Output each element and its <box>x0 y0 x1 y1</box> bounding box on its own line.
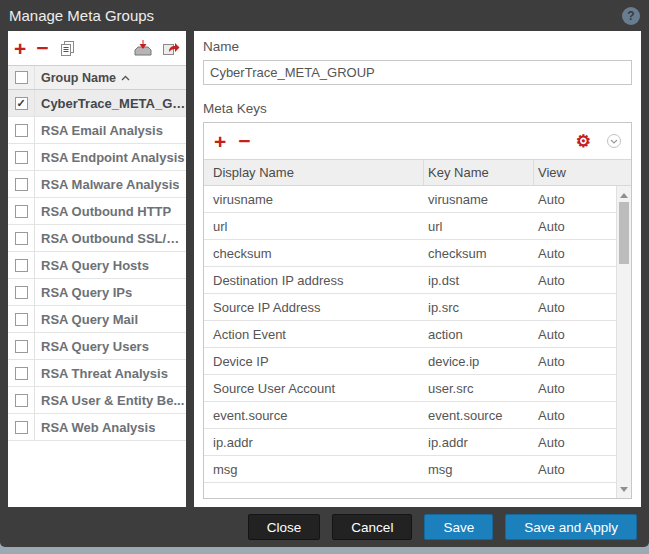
group-row[interactable]: RSA Outbound HTTP <box>8 198 186 225</box>
group-checkbox[interactable] <box>8 414 35 440</box>
meta-key-rows: virusname virusname Auto url url Auto <box>204 186 616 498</box>
remove-meta-key-icon[interactable]: − <box>238 130 250 151</box>
view-cell: Auto <box>534 381 616 396</box>
key-name-cell: ip.dst <box>424 273 534 288</box>
groups-panel: + − <box>8 31 186 507</box>
group-name-label: RSA Outbound HTTP <box>35 204 171 219</box>
copy-group-icon[interactable] <box>59 40 76 57</box>
checkbox-icon <box>15 151 28 164</box>
group-row[interactable]: RSA Query Users <box>8 333 186 360</box>
table-row[interactable]: msg msg Auto <box>204 456 616 483</box>
settings-gear-icon[interactable]: ⚙ <box>576 133 591 150</box>
table-row[interactable]: ip.addr ip.addr Auto <box>204 429 616 456</box>
key-name-cell: action <box>424 327 534 342</box>
display-name-cell: Source IP Address <box>204 300 424 315</box>
group-checkbox[interactable] <box>8 225 35 251</box>
table-row[interactable]: Device IP device.ip Auto <box>204 348 616 375</box>
footer-button[interactable]: Cancel <box>332 514 412 540</box>
group-row[interactable]: CyberTrace_META_GR... <box>8 90 186 117</box>
footer-button[interactable]: Save <box>424 514 493 540</box>
checkbox-icon <box>15 124 28 137</box>
checkbox-icon <box>15 394 28 407</box>
group-row[interactable]: RSA Email Analysis <box>8 117 186 144</box>
remove-group-icon[interactable]: − <box>36 37 48 58</box>
group-row[interactable]: RSA Malware Analysis <box>8 171 186 198</box>
checkbox-icon <box>15 178 28 191</box>
group-checkbox[interactable] <box>8 306 35 332</box>
group-checkbox[interactable] <box>8 171 35 197</box>
display-name-cell: Action Event <box>204 327 424 342</box>
export-icon[interactable] <box>162 40 180 56</box>
checkbox-icon <box>15 232 28 245</box>
group-name-label: RSA Outbound SSL/TLS <box>35 231 186 246</box>
add-meta-key-icon[interactable]: + <box>214 131 226 152</box>
table-row[interactable]: Source IP Address ip.src Auto <box>204 294 616 321</box>
group-name-label: RSA Email Analysis <box>35 123 163 138</box>
group-list: CyberTrace_META_GR... RSA Email Analysis… <box>8 90 186 507</box>
table-row[interactable]: Action Event action Auto <box>204 321 616 348</box>
settings-chevron-down-icon[interactable] <box>607 134 621 148</box>
help-icon[interactable]: ? <box>622 7 640 25</box>
group-row[interactable]: RSA Query IPs <box>8 279 186 306</box>
group-name-column-header: Group Name <box>41 71 116 85</box>
title-bar: Manage Meta Groups ? <box>0 0 649 31</box>
scroll-down-icon[interactable] <box>617 482 631 496</box>
group-checkbox[interactable] <box>8 360 35 386</box>
scrollbar-thumb[interactable] <box>619 202 629 264</box>
group-row[interactable]: RSA Query Hosts <box>8 252 186 279</box>
select-all-checkbox[interactable] <box>8 66 35 89</box>
checkbox-icon <box>15 259 28 272</box>
table-row[interactable]: Destination IP address ip.dst Auto <box>204 267 616 294</box>
group-checkbox[interactable] <box>8 279 35 305</box>
group-row[interactable]: RSA Outbound SSL/TLS <box>8 225 186 252</box>
group-name-label: RSA User & Entity Be... <box>35 393 184 408</box>
group-row[interactable]: RSA Query Mail <box>8 306 186 333</box>
group-name-label: RSA Web Analysis <box>35 420 155 435</box>
group-checkbox[interactable] <box>8 198 35 224</box>
view-cell: Auto <box>534 246 616 261</box>
display-name-cell: Device IP <box>204 354 424 369</box>
group-row[interactable]: RSA Web Analysis <box>8 414 186 441</box>
footer-button[interactable]: Save and Apply <box>505 514 637 540</box>
group-name-label: RSA Endpoint Analysis <box>35 150 185 165</box>
group-checkbox[interactable] <box>8 252 35 278</box>
group-checkbox[interactable] <box>8 117 35 143</box>
key-name-cell: virusname <box>424 192 534 207</box>
group-list-header[interactable]: Group Name <box>8 65 186 90</box>
table-row[interactable]: Source User Account user.src Auto <box>204 375 616 402</box>
view-column-header[interactable]: View <box>534 165 631 180</box>
group-row[interactable]: RSA User & Entity Be... <box>8 387 186 414</box>
display-name-cell: event.source <box>204 408 424 423</box>
group-checkbox[interactable] <box>8 333 35 359</box>
footer-button[interactable]: Close <box>248 514 321 540</box>
vertical-scrollbar[interactable] <box>616 186 631 498</box>
name-input[interactable] <box>203 60 632 85</box>
footer-button-bar: Close Cancel Save Save and Apply <box>0 507 649 547</box>
group-checkbox[interactable] <box>8 144 35 170</box>
display-name-cell: msg <box>204 462 424 477</box>
meta-table-header[interactable]: Display Name Key Name View <box>204 159 631 186</box>
table-row[interactable]: url url Auto <box>204 213 616 240</box>
group-row[interactable]: RSA Endpoint Analysis <box>8 144 186 171</box>
group-checkbox[interactable] <box>8 387 35 413</box>
display-name-cell: Source User Account <box>204 381 424 396</box>
checkbox-icon <box>15 97 28 110</box>
groups-toolbar: + − <box>8 31 186 65</box>
meta-table-body: virusname virusname Auto url url Auto <box>204 186 631 498</box>
scroll-up-icon[interactable] <box>617 188 631 202</box>
import-icon[interactable] <box>134 40 152 56</box>
checkbox-icon <box>15 71 28 84</box>
display-name-column-header[interactable]: Display Name <box>204 160 424 185</box>
display-name-cell: virusname <box>204 192 424 207</box>
table-row[interactable]: event.source event.source Auto <box>204 402 616 429</box>
key-name-column-header[interactable]: Key Name <box>424 160 534 185</box>
dialog-body: + − <box>0 31 649 507</box>
display-name-cell: url <box>204 219 424 234</box>
group-checkbox[interactable] <box>8 90 35 116</box>
add-group-icon[interactable]: + <box>14 38 26 59</box>
group-name-label: RSA Threat Analysis <box>35 366 168 381</box>
table-row[interactable]: checksum checksum Auto <box>204 240 616 267</box>
table-row[interactable]: virusname virusname Auto <box>204 186 616 213</box>
group-row[interactable]: RSA Threat Analysis <box>8 360 186 387</box>
view-cell: Auto <box>534 354 616 369</box>
